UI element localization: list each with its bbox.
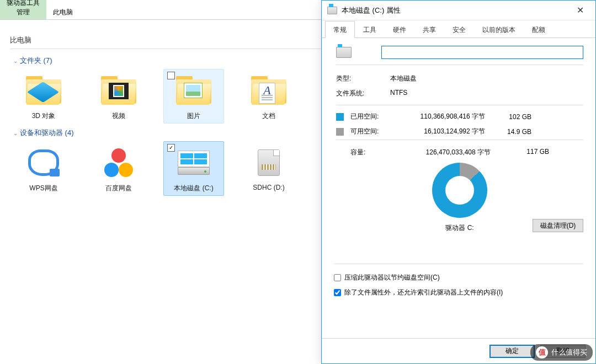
label-type: 类型: xyxy=(336,74,390,83)
dialog-body: 类型: 本地磁盘 文件系统: NTFS 已用空间: 110,366,908,41… xyxy=(322,38,595,338)
item-label: 图片 xyxy=(165,111,222,121)
folder-pictures[interactable]: 图片 xyxy=(163,69,224,124)
item-label: 百度网盘 xyxy=(90,184,147,193)
compress-checkbox-row[interactable]: 压缩此驱动器以节约磁盘空间(C) xyxy=(334,273,583,282)
tab-quota[interactable]: 配额 xyxy=(524,21,554,38)
checkbox-checked-icon[interactable]: ✓ xyxy=(167,144,175,152)
label-filesystem: 文件系统: xyxy=(336,89,390,98)
disk-cleanup-button[interactable]: 磁盘清理(D) xyxy=(533,219,583,232)
watermark-badge: 值 xyxy=(536,346,548,358)
tab-general[interactable]: 常规 xyxy=(325,21,355,38)
sd-card-icon xyxy=(258,149,280,176)
tab-tools[interactable]: 工具 xyxy=(355,21,385,38)
item-label: 视频 xyxy=(90,111,147,121)
value-free-bytes: 16,103,124,992 字节 xyxy=(401,127,489,136)
watermark: 值 什么值得买 xyxy=(530,344,593,361)
close-button[interactable]: ✕ xyxy=(570,5,590,15)
document-icon: A xyxy=(259,83,275,104)
value-used-bytes: 110,366,908,416 字节 xyxy=(401,112,489,121)
device-sdhc-d[interactable]: SDHC (D:) xyxy=(238,141,299,196)
folder-3d-objects[interactable]: 3D 对象 xyxy=(13,69,74,124)
device-wps-cloud[interactable]: WPS网盘 xyxy=(13,141,74,196)
drive-icon xyxy=(327,7,337,14)
item-label: WPS网盘 xyxy=(15,184,72,193)
value-used-gb: 102 GB xyxy=(494,113,531,121)
item-label: 3D 对象 xyxy=(15,111,72,121)
label-free: 可用空间: xyxy=(350,127,397,136)
index-checkbox-row[interactable]: 除了文件属性外，还允许索引此驱动器上文件的内容(I) xyxy=(334,288,583,297)
value-filesystem: NTFS xyxy=(390,89,583,98)
tab-sharing[interactable]: 共享 xyxy=(414,21,444,38)
usage-pie-chart xyxy=(432,163,487,218)
ok-button[interactable]: 确定 xyxy=(489,345,535,358)
dialog-tabs: 常规 工具 硬件 共享 安全 以前的版本 配额 xyxy=(322,20,595,38)
tab-previous-versions[interactable]: 以前的版本 xyxy=(474,21,524,38)
dialog-title: 本地磁盘 (C:) 属性 xyxy=(342,6,401,15)
item-label: 文档 xyxy=(240,111,297,121)
drive-icon xyxy=(336,47,352,58)
watermark-text: 什么值得买 xyxy=(551,347,587,357)
folder-documents[interactable]: A 文档 xyxy=(238,69,299,124)
ribbon-tab-this-pc[interactable]: 此电脑 xyxy=(46,8,79,19)
cloud-icon xyxy=(28,149,59,176)
ribbon-contextual-drive-tools[interactable]: 驱动器工具 管理 xyxy=(0,0,46,19)
index-checkbox[interactable] xyxy=(334,289,341,296)
device-baidu-cloud[interactable]: 百度网盘 xyxy=(88,141,149,196)
picture-icon xyxy=(184,83,203,98)
chevron-down-icon: ⌄ xyxy=(13,130,18,136)
device-local-disk-c[interactable]: ✓ 本地磁盘 (C:) xyxy=(163,141,224,196)
baidu-icon xyxy=(104,148,133,177)
tab-hardware[interactable]: 硬件 xyxy=(385,21,414,38)
compress-checkbox[interactable] xyxy=(334,274,341,281)
value-capacity-gb: 117 GB xyxy=(499,148,549,157)
label-capacity: 容量: xyxy=(350,148,411,157)
folder-videos[interactable]: 视频 xyxy=(88,69,149,124)
value-free-gb: 14.9 GB xyxy=(494,128,531,136)
drive-name-input[interactable] xyxy=(381,46,583,59)
checkbox-icon[interactable] xyxy=(167,72,175,79)
item-label: SDHC (D:) xyxy=(240,184,297,191)
properties-dialog: 本地磁盘 (C:) 属性 ✕ 常规 工具 硬件 共享 安全 以前的版本 配额 类… xyxy=(321,0,596,364)
ribbon-label-manage: 管理 xyxy=(7,8,40,17)
value-type: 本地磁盘 xyxy=(390,74,583,83)
chevron-down-icon: ⌄ xyxy=(13,58,18,64)
dialog-titlebar[interactable]: 本地磁盘 (C:) 属性 ✕ xyxy=(322,1,595,20)
film-icon xyxy=(109,83,129,99)
swatch-used xyxy=(336,113,344,121)
ribbon-label-drive-tools: 驱动器工具 xyxy=(7,0,40,8)
label-used: 已用空间: xyxy=(350,112,397,121)
tab-security[interactable]: 安全 xyxy=(444,21,474,38)
swatch-free xyxy=(336,128,344,136)
drive-icon xyxy=(178,151,210,175)
value-capacity-bytes: 126,470,033,408 字节 xyxy=(411,148,499,157)
item-label: 本地磁盘 (C:) xyxy=(165,184,222,193)
